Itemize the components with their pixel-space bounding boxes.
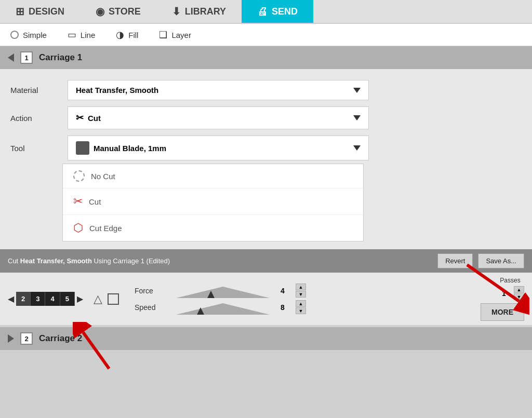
tool-blade-icon (76, 141, 89, 155)
cut-label: Cut (89, 197, 101, 206)
carriage2-number: 2 (20, 332, 33, 345)
tab-store[interactable]: ◉ STORE (80, 0, 156, 23)
carriage1-header[interactable]: 1 Carriage 1 (0, 46, 532, 69)
force-slider-track (176, 287, 270, 298)
force-stepper: ▲ ▼ (296, 284, 306, 298)
passes-block: Passes 1 ▲ ▼ (496, 277, 524, 300)
action-label: Action (10, 114, 62, 123)
blade-prev-button[interactable]: ◀ (8, 294, 14, 304)
passes-control: 1 ▲ ▼ (496, 286, 524, 300)
revert-button[interactable]: Revert (437, 253, 473, 268)
action-row: Action ✂ Cut (0, 103, 532, 132)
material-value: Heat Transfer, Smooth (76, 86, 158, 95)
passes-more-block: Passes 1 ▲ ▼ MORE (475, 277, 524, 321)
speed-down-button[interactable]: ▼ (296, 307, 306, 314)
tab-library[interactable]: ⬇ LIBRARY (156, 0, 242, 23)
passes-value: 1 (496, 289, 512, 298)
speed-slider-track (176, 303, 270, 315)
material-dropdown-arrow-icon (353, 88, 361, 93)
force-label: Force (135, 287, 171, 295)
square-icon (108, 293, 119, 305)
speed-value: 8 (275, 303, 290, 312)
bottom-icons: △ (94, 292, 119, 306)
passes-stepper: ▲ ▼ (514, 286, 524, 300)
footer-bar: Cut Heat Transfer, Smooth Using Carriage… (0, 249, 532, 273)
cut-icon: ✂ (73, 195, 83, 208)
blade-tab-3[interactable]: 3 (31, 292, 45, 306)
cut-edge-label: Cut Edge (89, 224, 122, 233)
tab-line[interactable]: ▭ Line (68, 29, 95, 41)
carriage1-number: 1 (20, 51, 33, 64)
tool-value: Manual Blade, 1mm (94, 144, 166, 153)
mode-tabs: Simple ▭ Line ◑ Fill ❑ Layer (0, 24, 532, 46)
more-button[interactable]: MORE (481, 303, 524, 321)
speed-up-button[interactable]: ▲ (296, 300, 306, 307)
material-dropdown[interactable]: Heat Transfer, Smooth (68, 80, 369, 100)
blade-next-button[interactable]: ▶ (77, 294, 83, 304)
send-icon: 🖨 (257, 6, 268, 18)
force-row: Force 4 ▲ ▼ (135, 284, 470, 298)
library-icon: ⬇ (172, 5, 181, 18)
tab-layer[interactable]: ❑ Layer (159, 29, 191, 41)
store-icon: ◉ (96, 5, 104, 18)
cut-edge-icon: ⬡ (73, 221, 83, 235)
carriage2-header[interactable]: 2 Carriage 2 (0, 327, 532, 350)
save-as-button[interactable]: Save As... (478, 253, 524, 268)
force-slider-thumb (207, 291, 215, 298)
tab-design[interactable]: ⊞ DESIGN (0, 0, 80, 23)
action-value: Cut (88, 114, 101, 123)
speed-row: Speed 8 ▲ ▼ (135, 300, 470, 315)
tab-simple[interactable]: Simple (10, 31, 47, 39)
tool-dropdown[interactable]: Manual Blade, 1mm (68, 136, 369, 160)
blade-tabs: 2 3 4 5 (16, 292, 75, 306)
blade-tab-5[interactable]: 5 (60, 292, 75, 306)
controls-row: ◀ 2 3 4 5 ▶ △ Force 4 ▲ ▼ Sp (0, 273, 532, 325)
tab-fill[interactable]: ◑ Fill (116, 29, 138, 41)
expand-arrow-icon (8, 334, 14, 343)
action-dropdown-panel: No Cut ✂ Cut ⬡ Cut Edge (62, 164, 364, 241)
action-dropdown-arrow-icon (353, 115, 361, 120)
tool-label: Tool (10, 144, 62, 153)
speed-stepper: ▲ ▼ (296, 300, 306, 314)
blade-selector: ◀ 2 3 4 5 ▶ (8, 292, 83, 306)
passes-down-button[interactable]: ▼ (514, 293, 524, 300)
simple-radio[interactable] (10, 31, 19, 39)
collapse-arrow-icon (8, 53, 14, 62)
fill-icon: ◑ (116, 29, 124, 41)
carriage2-title: Carriage 2 (39, 333, 82, 344)
footer-text-bold: Heat Transfer, Smooth (20, 257, 92, 265)
force-slider-container[interactable] (176, 284, 270, 298)
footer-text-prefix: Cut (8, 257, 20, 265)
material-label: Material (10, 86, 62, 95)
carriage1-title: Carriage 1 (39, 52, 82, 63)
nocut-label: No Cut (91, 172, 115, 181)
param-block: Force 4 ▲ ▼ Speed 8 ▲ ▼ (135, 284, 470, 315)
blade-tab-2[interactable]: 2 (16, 292, 31, 306)
action-dropdown[interactable]: ✂ Cut (68, 106, 369, 129)
force-value: 4 (275, 287, 290, 295)
footer-description: Cut Heat Transfer, Smooth Using Carriage… (8, 257, 432, 265)
tool-dropdown-arrow-icon (353, 145, 361, 151)
action-cut-icon: ✂ (76, 112, 84, 124)
speed-slider-container[interactable] (176, 300, 270, 315)
force-down-button[interactable]: ▼ (296, 291, 306, 298)
carriage1-content: Material Heat Transfer, Smooth Action ✂ … (0, 69, 532, 249)
action-cut-edge-option[interactable]: ⬡ Cut Edge (63, 215, 363, 241)
blade-tab-4[interactable]: 4 (45, 292, 60, 306)
nocut-icon (73, 170, 85, 182)
design-icon: ⊞ (16, 5, 24, 18)
action-cut-option[interactable]: ✂ Cut (63, 188, 363, 215)
material-row: Material Heat Transfer, Smooth (0, 77, 532, 103)
speed-label: Speed (135, 303, 171, 312)
passes-label: Passes (500, 277, 520, 284)
action-nocut-option[interactable]: No Cut (63, 164, 363, 188)
layer-icon: ❑ (159, 29, 167, 41)
force-up-button[interactable]: ▲ (296, 284, 306, 290)
passes-up-button[interactable]: ▲ (514, 286, 524, 293)
tool-row: Tool Manual Blade, 1mm (0, 132, 532, 164)
line-icon: ▭ (68, 29, 76, 41)
top-nav: ⊞ DESIGN ◉ STORE ⬇ LIBRARY 🖨 SEND (0, 0, 532, 24)
triangle-icon: △ (94, 292, 102, 306)
footer-text-suffix: Using Carriage 1 (Edited) (92, 257, 170, 265)
tab-send[interactable]: 🖨 SEND (242, 0, 313, 23)
